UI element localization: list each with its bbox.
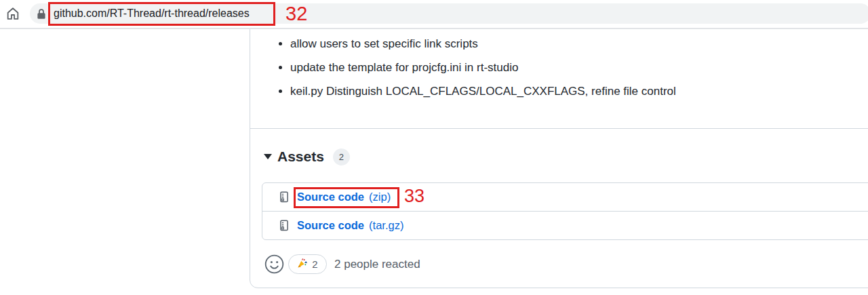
add-reaction-button[interactable]: [264, 254, 284, 274]
reaction-summary: 2 people reacted: [334, 258, 420, 271]
release-note-item: update the template for projcfg.ini in r…: [290, 56, 676, 79]
home-icon: [5, 13, 20, 23]
assets-toggle[interactable]: Assets 2: [264, 147, 350, 166]
annotation-box-url: [48, 2, 275, 26]
assets-title: Assets: [277, 149, 324, 165]
browser-window: github.com/RT-Thread/rt-thread/releases …: [0, 0, 868, 295]
tada-reaction-count: 2: [312, 258, 317, 270]
file-zip-icon: [279, 191, 290, 203]
annotation-label-32: 32: [285, 4, 307, 24]
file-zip-icon: [279, 220, 290, 231]
smiley-icon: [264, 266, 284, 276]
tada-icon: [297, 258, 308, 271]
tada-reaction-pill[interactable]: 2: [288, 254, 327, 274]
release-note-item: keil.py Distinguish LOCAL_CFLAGS/LOCAL_C…: [290, 79, 676, 103]
asset-row-targz[interactable]: Source code (tar.gz): [262, 211, 868, 239]
release-notes-list: allow users to set specific link scripts…: [250, 32, 676, 103]
release-card: allow users to set specific link scripts…: [250, 0, 868, 288]
source-code-targz-format[interactable]: (tar.gz): [369, 219, 403, 232]
release-note-item: allow users to set specific link scripts: [290, 32, 676, 56]
card-footer-divider: [250, 128, 868, 129]
home-button[interactable]: [5, 6, 21, 22]
annotation-label-33: 33: [404, 187, 425, 205]
caret-down-icon: [264, 154, 272, 159]
annotation-box-source-zip: [294, 187, 399, 208]
reactions-bar: 2 2 people reacted: [264, 254, 420, 274]
source-code-targz-link[interactable]: Source code: [297, 219, 364, 232]
lock-icon[interactable]: [37, 8, 46, 20]
assets-count-badge: 2: [333, 149, 350, 165]
